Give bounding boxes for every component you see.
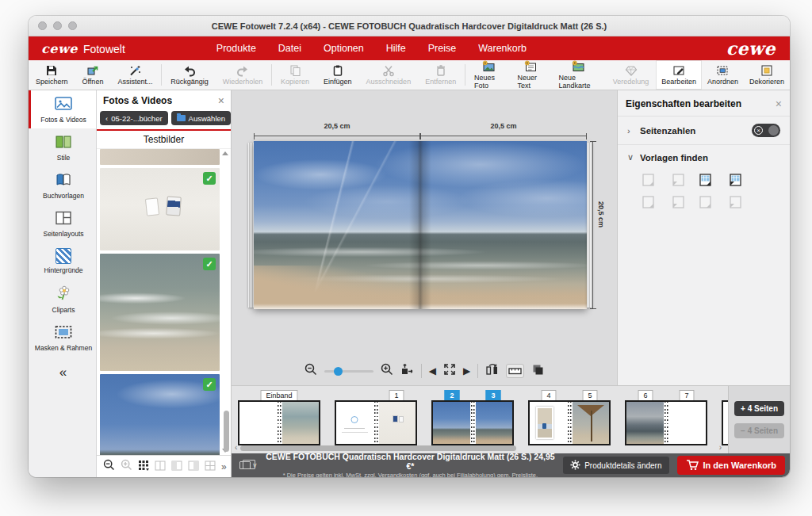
new-text-button[interactable]: Neuer Text — [510, 60, 551, 90]
page-numbers-section[interactable]: › Seitenzahlen × — [618, 116, 790, 144]
page-label-4[interactable]: 4 — [541, 390, 556, 401]
template-option-icon[interactable] — [670, 195, 686, 211]
page-label-2[interactable]: 2 — [444, 390, 459, 401]
save-button[interactable]: Speichern — [29, 60, 75, 90]
spread-thumbnail[interactable] — [528, 400, 611, 445]
page-label-3[interactable]: 3 — [485, 390, 500, 401]
scroll-right-icon[interactable]: › — [719, 444, 722, 452]
photo-thumbnail-sky-beach[interactable]: ✓ — [100, 374, 220, 455]
filmstrip-scrollbar[interactable]: ‹ › — [235, 444, 722, 452]
cut-button[interactable]: Ausschneiden — [359, 60, 419, 90]
add-pages-button[interactable]: + 4 Seiten — [734, 401, 784, 416]
filmstrip-scroll-area[interactable]: Einband 1 — [232, 386, 728, 453]
next-page-icon[interactable]: ▶ — [463, 366, 470, 376]
page-4-photo[interactable] — [530, 402, 567, 444]
menu-produkte[interactable]: Produkte — [216, 43, 256, 54]
photo-thumbnail-waves[interactable]: ✓ — [100, 254, 220, 371]
photo-list-scrollbar[interactable] — [221, 149, 229, 455]
new-photo-button[interactable]: Neues Foto — [467, 60, 511, 90]
page-label-cover[interactable]: Einband — [260, 390, 297, 401]
cover-thumbnail[interactable] — [238, 400, 320, 445]
previous-page-icon[interactable]: ◀ — [429, 366, 436, 376]
photo-thumbnail-sand[interactable] — [100, 149, 220, 165]
sidebar-item-buchvorlagen[interactable]: Buchvorlagen — [29, 166, 96, 204]
assistant-button[interactable]: Assistent... — [110, 60, 159, 90]
sidebar-item-stile[interactable]: Stile — [29, 128, 96, 166]
refinement-button[interactable]: Veredelung — [606, 60, 657, 90]
scrollbar-thumb[interactable] — [224, 411, 229, 452]
scrollbar-thumb[interactable] — [240, 445, 516, 451]
menu-optionen[interactable]: Optionen — [324, 43, 364, 54]
remove-pages-button[interactable]: − 4 Seiten — [734, 423, 784, 438]
grid-view-icon[interactable] — [138, 460, 149, 474]
open-button[interactable]: Öffnen — [75, 60, 111, 90]
spread-pages[interactable] — [254, 141, 587, 309]
menu-preise[interactable]: Preise — [428, 43, 456, 54]
back-cover-page[interactable] — [239, 402, 277, 444]
sidebar-item-cliparts[interactable]: Cliparts — [29, 279, 96, 319]
spread-thumbnail[interactable] — [335, 400, 417, 445]
zoom-out-icon[interactable] — [103, 459, 115, 474]
add-to-cart-button[interactable]: In den Warenkorb — [677, 456, 786, 475]
pages-stack-icon[interactable] — [531, 363, 544, 379]
collapse-sidebar-button[interactable]: « — [29, 357, 96, 388]
ruler-toggle-button[interactable] — [506, 364, 524, 378]
fullscreen-icon[interactable] — [443, 363, 456, 379]
mode-dekorieren-button[interactable]: Dekorieren — [744, 60, 790, 90]
spread-pages-4-5[interactable]: 4 5 — [528, 390, 611, 445]
template-option-icon[interactable] — [699, 195, 714, 211]
select-folder-button[interactable]: Auswählen — [171, 111, 231, 125]
zoom-slider[interactable] — [324, 370, 373, 373]
spread-thumbnail[interactable] — [431, 400, 514, 445]
photo-thumbnail-beach-chairs[interactable]: ✓ — [100, 168, 220, 250]
page-label-7[interactable]: 7 — [679, 390, 694, 401]
template-option-icon[interactable] — [670, 173, 686, 189]
page-3-photo[interactable] — [476, 402, 513, 444]
page-numbers-toggle[interactable]: × — [752, 124, 780, 137]
fit-to-page-icon[interactable] — [400, 363, 414, 379]
template-option-icon[interactable] — [642, 173, 657, 189]
menu-datei[interactable]: Datei — [278, 43, 301, 54]
page-flip-icon[interactable] — [485, 363, 499, 379]
page-label-1[interactable]: 1 — [389, 390, 404, 401]
template-option-icon[interactable] — [727, 173, 743, 189]
spread-pages-6-7[interactable]: 6 7 — [625, 390, 707, 445]
chevron-double-right-icon[interactable]: » — [221, 461, 225, 472]
mode-bearbeiten-button[interactable]: Bearbeiten — [656, 60, 702, 90]
zoom-in-icon[interactable] — [121, 459, 132, 474]
page-6-photo[interactable] — [626, 402, 664, 444]
zoom-out-icon[interactable] — [304, 363, 317, 379]
breadcrumb-back-button[interactable]: ‹ 05-22-...bücher — [100, 111, 168, 125]
layout-option-icon[interactable] — [171, 460, 182, 474]
scroll-up-icon[interactable] — [222, 151, 228, 155]
spread-cover[interactable]: Einband — [238, 390, 320, 445]
zoom-slider-knob[interactable] — [334, 367, 343, 376]
spread-partial-next[interactable] — [722, 390, 728, 445]
page-2-photo[interactable] — [433, 402, 470, 444]
copy-button[interactable]: Kopieren — [274, 60, 316, 90]
page-1-photo[interactable] — [379, 402, 416, 444]
intro-page[interactable] — [336, 402, 373, 444]
page-label-6[interactable]: 6 — [638, 390, 653, 401]
editor-canvas[interactable]: 20,5 cm 20,5 cm 20,5 cm — [232, 90, 617, 385]
layout-option-icon[interactable] — [155, 460, 166, 474]
template-option-icon[interactable] — [727, 195, 743, 211]
paste-button[interactable]: Einfügen — [316, 60, 359, 90]
product-details-button[interactable]: Produktdetails ändern — [563, 457, 668, 474]
page-label-5[interactable]: 5 — [582, 390, 597, 401]
sidebar-item-masken-rahmen[interactable]: Masken & Rahmen — [29, 319, 96, 357]
template-option-icon[interactable] — [699, 173, 714, 189]
new-map-button[interactable]: Neue Landkarte — [552, 60, 606, 90]
menu-warenkorb[interactable]: Warenkorb — [478, 43, 527, 54]
layout-option-icon[interactable] — [205, 460, 216, 474]
delete-button[interactable]: Entfernen — [418, 60, 463, 90]
page-5-photo[interactable] — [573, 402, 610, 444]
sidebar-item-fotos-videos[interactable]: Fotos & Videos — [29, 90, 96, 128]
template-option-icon[interactable] — [642, 195, 657, 211]
spread-pages-2-3-current[interactable]: 2 3 — [431, 390, 514, 445]
spread-page-1[interactable]: 1 — [335, 390, 417, 445]
sidebar-item-hintergruende[interactable]: Hintergründe — [29, 243, 96, 279]
redo-button[interactable]: Wiederholen — [216, 60, 270, 90]
zoom-in-icon[interactable] — [381, 363, 393, 379]
templates-section[interactable]: ∨ Vorlagen finden — [618, 144, 790, 170]
